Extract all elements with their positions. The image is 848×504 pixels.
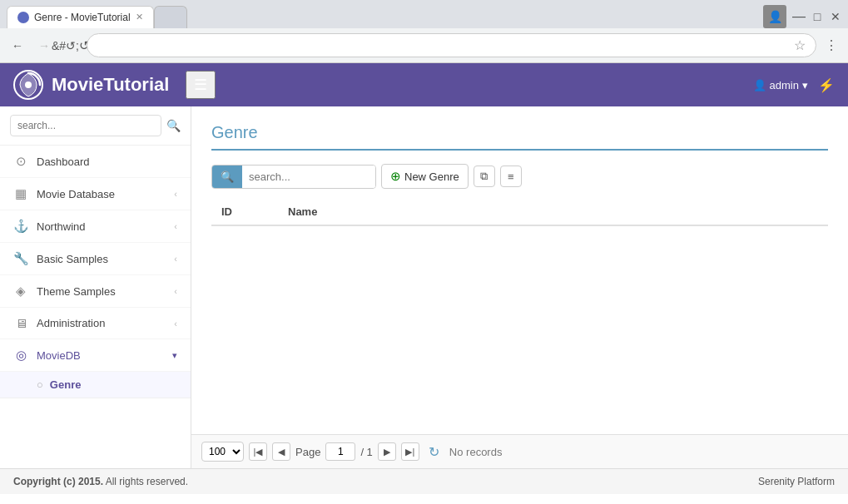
- col-header-id[interactable]: ID: [211, 199, 278, 225]
- address-bar[interactable]: localhost:56549/MovieDB/Genre ☆: [87, 33, 816, 57]
- svg-point-1: [25, 82, 32, 88]
- sidebar-item-theme-samples[interactable]: ◈ Theme Samples ‹: [0, 275, 191, 308]
- basic-samples-icon: 🔧: [13, 251, 28, 266]
- sidebar-search-icon[interactable]: 🔍: [166, 119, 181, 132]
- sidebar-item-moviedb[interactable]: ◎ MovieDB ▾: [0, 339, 191, 372]
- copy-icon: ⧉: [480, 170, 488, 183]
- browser-tabs: Genre - MovieTutorial ✕: [7, 6, 187, 28]
- no-records-label: No records: [449, 446, 503, 458]
- profile-icon[interactable]: 👤: [763, 5, 786, 28]
- plus-circle-icon: ⊕: [390, 169, 401, 184]
- sidebar-item-label: Northwind: [37, 220, 166, 233]
- browser-titlebar: Genre - MovieTutorial ✕ 👤 — □ ✕: [0, 0, 848, 28]
- chevron-right-icon: ‹: [174, 189, 177, 199]
- genre-icon: ○: [37, 378, 43, 391]
- user-label: admin: [770, 79, 799, 91]
- sidebar-item-administration[interactable]: 🖥 Administration ‹: [0, 308, 191, 339]
- logo-icon: [13, 70, 43, 100]
- browser-menu-icon[interactable]: ⋮: [821, 34, 841, 57]
- sidebar-item-movie-database[interactable]: ▦ Movie Database ‹: [0, 178, 191, 210]
- table-header-row: ID Name: [211, 199, 828, 225]
- sidebar-item-label: Basic Samples: [37, 253, 166, 265]
- footer-copyright: Copyright (c) 2015. All rights reserved.: [13, 476, 188, 487]
- app-container: MovieTutorial ☰ 👤 admin ▾ ⚡ 🔍 ⊙ Dashboar…: [0, 63, 848, 494]
- chevron-right-icon: ‹: [174, 286, 177, 296]
- new-genre-button[interactable]: ⊕ New Genre: [381, 164, 469, 189]
- table-search-box: 🔍: [211, 165, 376, 189]
- active-tab[interactable]: Genre - MovieTutorial ✕: [7, 6, 154, 28]
- rights-text: All rights reserved.: [106, 476, 188, 487]
- user-chevron-icon: ▾: [802, 79, 808, 91]
- main-area: 🔍 ⊙ Dashboard ▦ Movie Database ‹ ⚓ North…: [0, 106, 848, 468]
- dashboard-icon: ⊙: [13, 154, 28, 169]
- copyright-text: Copyright (c) 2015.: [13, 476, 103, 487]
- sidebar-item-northwind[interactable]: ⚓ Northwind ‹: [0, 210, 191, 243]
- chevron-down-icon: ▾: [172, 350, 177, 361]
- sidebar-search-bar: 🔍: [0, 106, 191, 146]
- new-tab[interactable]: [154, 6, 187, 28]
- page-size-select[interactable]: 100 10 20 50: [201, 442, 244, 462]
- share-icon[interactable]: ⚡: [818, 77, 835, 93]
- table-head: ID Name: [211, 199, 828, 225]
- page-title: Genre: [211, 123, 828, 151]
- copy-button[interactable]: ⧉: [474, 166, 495, 187]
- user-icon: 👤: [753, 79, 766, 91]
- pager-next-button[interactable]: ▶: [378, 442, 396, 461]
- sidebar-search-input[interactable]: [10, 115, 161, 136]
- chevron-right-icon: ‹: [174, 319, 177, 329]
- sidebar-item-basic-samples[interactable]: 🔧 Basic Samples ‹: [0, 243, 191, 275]
- sidebar-item-dashboard[interactable]: ⊙ Dashboard: [0, 146, 191, 178]
- tab-favicon-icon: [17, 12, 29, 23]
- movie-database-icon: ▦: [13, 186, 28, 201]
- hamburger-button[interactable]: ☰: [186, 71, 216, 99]
- theme-samples-icon: ◈: [13, 284, 28, 299]
- table-search-input[interactable]: [242, 166, 375, 188]
- pager-last-button[interactable]: ▶|: [401, 442, 419, 461]
- edit-columns-button[interactable]: ≡: [500, 166, 522, 187]
- reload-button[interactable]: &#↺;↺: [60, 35, 82, 57]
- sidebar-sub-item-genre[interactable]: ○ Genre: [0, 372, 191, 398]
- top-nav-right: 👤 admin ▾ ⚡: [753, 77, 835, 93]
- pager-first-button[interactable]: |◀: [249, 442, 267, 461]
- toolbar: 🔍 ⊕ New Genre ⧉ ≡: [211, 164, 828, 189]
- table-search-button[interactable]: 🔍: [212, 166, 242, 188]
- browser-toolbar: ← → &#↺;↺ localhost:56549/MovieDB/Genre …: [0, 28, 848, 62]
- sidebar: 🔍 ⊙ Dashboard ▦ Movie Database ‹ ⚓ North…: [0, 106, 191, 468]
- col-header-name[interactable]: Name: [278, 199, 828, 225]
- app-footer: Copyright (c) 2015. All rights reserved.…: [0, 468, 848, 494]
- pager-bar: 100 10 20 50 |◀ ◀ Page / 1 ▶ ▶| ↻ No rec…: [191, 434, 848, 468]
- user-menu[interactable]: 👤 admin ▾: [753, 79, 808, 91]
- sidebar-item-label: Movie Database: [37, 188, 166, 200]
- page-total: / 1: [360, 446, 372, 458]
- page-input[interactable]: [325, 442, 355, 461]
- content-inner: Genre 🔍 ⊕ New Genre ⧉ ≡: [191, 106, 848, 434]
- maximize-button[interactable]: □: [811, 11, 823, 22]
- refresh-button[interactable]: ↻: [424, 442, 444, 462]
- administration-icon: 🖥: [13, 316, 28, 330]
- sidebar-item-label: MovieDB: [37, 349, 164, 362]
- top-nav: MovieTutorial ☰ 👤 admin ▾ ⚡: [0, 63, 848, 106]
- sidebar-sub-item-label: Genre: [50, 378, 82, 391]
- app-title: MovieTutorial: [52, 74, 169, 96]
- new-genre-label: New Genre: [404, 170, 459, 183]
- window-controls: 👤 — □ ✕: [763, 5, 841, 28]
- tab-title: Genre - MovieTutorial: [34, 12, 131, 23]
- close-button[interactable]: ✕: [830, 11, 841, 22]
- moviedb-icon: ◎: [13, 348, 28, 363]
- bookmark-icon[interactable]: ☆: [794, 37, 806, 53]
- logo-area: MovieTutorial: [13, 70, 169, 100]
- platform-label: Serenity Platform: [758, 476, 835, 487]
- chevron-right-icon: ‹: [174, 221, 177, 231]
- browser-chrome: Genre - MovieTutorial ✕ 👤 — □ ✕ ← → &#↺;…: [0, 0, 848, 63]
- back-button[interactable]: ←: [7, 35, 28, 57]
- northwind-icon: ⚓: [13, 219, 28, 234]
- sidebar-item-label: Theme Samples: [37, 285, 166, 298]
- page-label: Page: [295, 446, 320, 458]
- address-input[interactable]: localhost:56549/MovieDB/Genre: [97, 39, 791, 52]
- data-table: ID Name: [211, 199, 828, 226]
- tab-close-button[interactable]: ✕: [136, 12, 143, 22]
- chevron-right-icon: ‹: [174, 254, 177, 264]
- minimize-button[interactable]: —: [793, 11, 805, 22]
- pager-prev-button[interactable]: ◀: [272, 442, 290, 461]
- sidebar-item-label: Dashboard: [37, 156, 177, 168]
